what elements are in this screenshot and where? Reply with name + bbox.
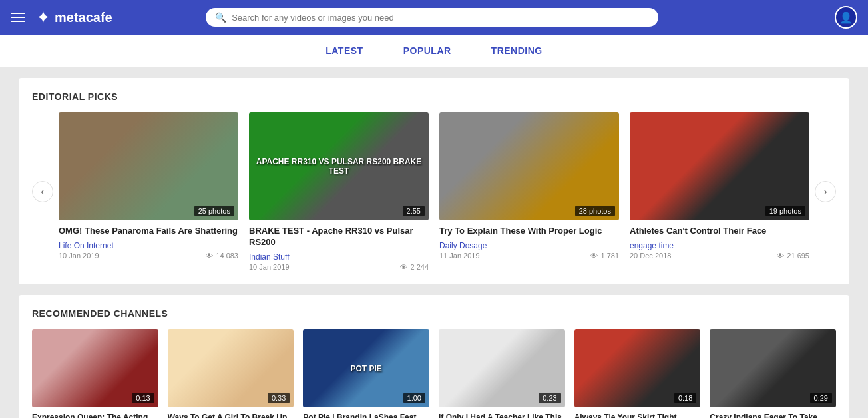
channel-thumb-3: 0:23 [439,329,565,408]
channel-badge-4: 0:18 [674,393,696,403]
eye-icon-3: 👁 [777,252,784,260]
channel-thumb-2: POT PIE 1:00 [303,329,429,408]
recommended-channels-title: RECOMMENDED CHANNELS [32,308,836,319]
eye-icon-0: 👁 [206,252,213,260]
eye-icon-2: 👁 [590,252,598,260]
editorial-thumb-3: 19 photos [630,112,809,220]
editorial-thumb-1: APACHE RR310 VS PULSAR RS200 BRAKE TEST … [249,112,429,220]
prev-button[interactable]: ‹ [32,181,53,202]
editorial-title-0: OMG! These Panaroma Fails Are Shattering [59,226,238,237]
channels-grid: 0:13 Expression Queen: The Acting Guide … [32,329,836,418]
editorial-thumb-0: 25 photos [59,112,238,220]
search-icon: 🔍 [215,12,226,23]
channel-badge-5: 0:29 [810,393,832,403]
menu-icon[interactable] [11,13,25,22]
tab-trending[interactable]: TRENDING [491,45,542,56]
editorial-views-2: 👁 1 781 [590,252,619,260]
editorial-badge-1: 2:55 [403,206,425,216]
channel-thumb-5: 0:29 [710,329,836,408]
editorial-date-0: 10 Jan 2019 [59,252,99,260]
channel-badge-1: 0:33 [268,393,290,403]
recommended-channels-section: RECOMMENDED CHANNELS 0:13 Expression Que… [19,295,849,418]
editorial-views-0: 👁 14 083 [206,252,238,260]
editorial-card-1[interactable]: APACHE RR310 VS PULSAR RS200 BRAKE TEST … [249,112,429,271]
editorial-views-3: 👁 21 695 [777,252,809,260]
search-input[interactable] [232,13,649,23]
channel-thumb-0: 0:13 [32,329,158,408]
main-content: EDITORIAL PICKS ‹ 25 photos OMG! These P… [8,67,860,418]
carousel: ‹ 25 photos OMG! These Panaroma Fails Ar… [32,112,836,271]
channel-card-4[interactable]: 0:18 Always Tie Your Skirt Tight Before … [574,329,701,418]
channel-badge-3: 0:23 [539,393,560,403]
channel-title-1: Ways To Get A Girl To Break Up With You [168,413,294,418]
channel-card-2[interactable]: POT PIE 1:00 Pot Pie | Brandin LaShea Fe… [303,329,429,418]
editorial-date-2: 11 Jan 2019 [439,252,480,260]
logo-star-icon: ✦ [36,7,51,28]
editorial-picks-section: EDITORIAL PICKS ‹ 25 photos OMG! These P… [19,78,849,284]
editorial-meta-3: 20 Dec 2018 👁 21 695 [630,252,809,260]
editorial-meta-0: 10 Jan 2019 👁 14 083 [59,252,238,260]
channel-card-5[interactable]: 0:29 Crazy Indians Eager To Take Selfies… [710,329,836,418]
editorial-meta-2: 11 Jan 2019 👁 1 781 [439,252,619,260]
editorial-card-0[interactable]: 25 photos OMG! These Panaroma Fails Are … [59,112,238,271]
channel-card-0[interactable]: 0:13 Expression Queen: The Acting Guide … [32,329,158,418]
logo[interactable]: ✦ metacafe [36,7,112,28]
editorial-title-3: Athletes Can't Control Their Face [630,226,809,237]
editorial-overlay-1: APACHE RR310 VS PULSAR RS200 BRAKE TEST [249,112,429,220]
editorial-channel-0[interactable]: Life On Internet [59,241,238,250]
editorial-title-2: Try To Explain These With Proper Logic [439,226,619,237]
channel-title-3: If Only I Had A Teacher Like This [439,413,565,418]
editorial-badge-3: 19 photos [765,206,805,216]
header: ✦ metacafe 🔍 👤 [0,0,868,35]
search-bar: 🔍 [206,8,658,27]
channel-badge-0: 0:13 [132,393,154,403]
editorial-channel-1[interactable]: Indian Stuff [249,252,429,262]
editorial-views-1: 👁 2 244 [400,263,429,271]
carousel-items: 25 photos OMG! These Panaroma Fails Are … [59,112,809,271]
channel-thumb-4: 0:18 [574,329,701,408]
editorial-date-1: 10 Jan 2019 [249,263,290,271]
editorial-meta-1: 10 Jan 2019 👁 2 244 [249,263,429,271]
eye-icon-1: 👁 [400,263,407,271]
next-button[interactable]: › [815,181,836,202]
channel-card-1[interactable]: 0:33 Ways To Get A Girl To Break Up With… [168,329,294,418]
editorial-badge-2: 28 photos [575,206,615,216]
editorial-channel-2[interactable]: Daily Dosage [439,241,619,250]
editorial-card-3[interactable]: 19 photos Athletes Can't Control Their F… [630,112,809,271]
channel-title-4: Always Tie Your Skirt Tight Before Danci… [574,413,701,418]
user-avatar[interactable]: 👤 [835,6,857,29]
editorial-thumb-2: 28 photos [439,112,619,220]
tab-latest[interactable]: LATEST [326,45,363,56]
nav-tabs: LATEST POPULAR TRENDING [0,35,868,67]
editorial-card-2[interactable]: 28 photos Try To Explain These With Prop… [439,112,619,271]
editorial-badge-0: 25 photos [194,206,234,216]
channel-thumb-1: 0:33 [168,329,294,408]
channel-title-0: Expression Queen: The Acting Guide For D… [32,413,158,418]
tab-popular[interactable]: POPULAR [403,45,451,56]
editorial-title-1: BRAKE TEST - Apache RR310 vs Pulsar RS20… [249,226,429,248]
channel-badge-2: 1:00 [403,393,425,403]
channel-title-2: Pot Pie | Brandin LaShea Feat. Liz Nisti… [303,413,429,418]
editorial-picks-title: EDITORIAL PICKS [32,91,836,102]
editorial-channel-3[interactable]: engage time [630,241,809,250]
editorial-date-3: 20 Dec 2018 [630,252,671,260]
logo-text: metacafe [55,10,112,25]
channel-title-5: Crazy Indians Eager To Take Selfies With… [710,413,836,418]
channel-card-3[interactable]: 0:23 If Only I Had A Teacher Like This c… [439,329,565,418]
